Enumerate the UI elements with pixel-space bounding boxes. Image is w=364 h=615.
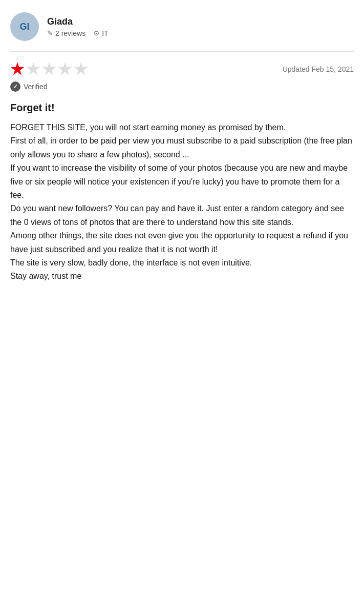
reviewer-location: ⊙ IT — [94, 29, 108, 37]
verified-badge: ✓ Verified — [10, 81, 354, 92]
reviewer-name: Giada — [47, 16, 109, 27]
verified-label: Verified — [24, 83, 48, 91]
star-5 — [74, 62, 88, 76]
reviewer-info: Giada ✎ 2 reviews ⊙ IT — [47, 16, 109, 37]
rating-row: Updated Feb 15, 2021 — [10, 62, 354, 76]
divider — [10, 51, 354, 52]
updated-date: Updated Feb 15, 2021 — [283, 65, 354, 73]
star-3 — [42, 62, 56, 76]
avatar: GI — [10, 12, 39, 41]
pin-icon: ⊙ — [94, 29, 99, 37]
reviewer-meta: ✎ 2 reviews ⊙ IT — [47, 29, 109, 37]
reviewer-header: GI Giada ✎ 2 reviews ⊙ IT — [10, 12, 354, 41]
star-2 — [26, 62, 40, 76]
pencil-icon: ✎ — [47, 29, 53, 37]
review-title: Forget it! — [10, 102, 354, 114]
location-label: IT — [102, 29, 108, 37]
star-1 — [10, 62, 25, 76]
reviews-count-label: 2 reviews — [55, 29, 85, 37]
reviews-count: ✎ 2 reviews — [47, 29, 85, 37]
review-card: GI Giada ✎ 2 reviews ⊙ IT Updated — [0, 0, 364, 304]
star-rating — [10, 62, 88, 76]
review-body: FORGET THIS SITE, you will not start ear… — [10, 121, 354, 283]
star-4 — [58, 62, 72, 76]
verified-icon: ✓ — [10, 81, 20, 92]
